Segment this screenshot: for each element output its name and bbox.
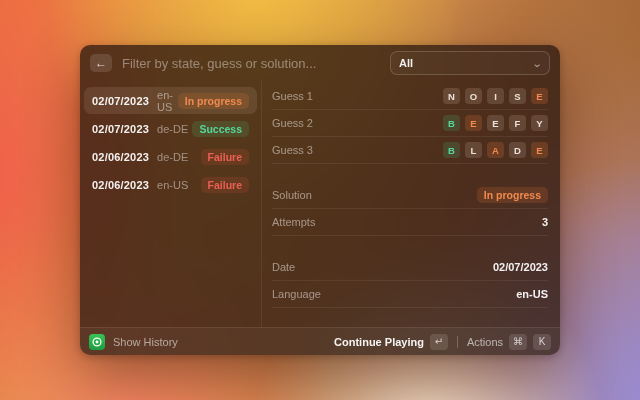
guess-tiles: BLADE xyxy=(443,142,548,158)
attempts-label: Attempts xyxy=(272,216,315,228)
list-item-date: 02/06/2023 xyxy=(92,151,149,163)
section-spacer xyxy=(272,236,548,254)
date-row: Date 02/07/2023 xyxy=(272,254,548,281)
wordle-app-icon xyxy=(89,334,105,350)
history-list-item[interactable]: 02/07/2023 en-US In progress xyxy=(84,87,257,114)
detail-panel: Guess 1 NOISE Guess 2 BEEFY Guess 3 BLAD… xyxy=(262,81,560,327)
letter-tile: B xyxy=(443,115,460,131)
status-badge: Failure xyxy=(201,177,249,193)
solution-status-badge: In progress xyxy=(477,187,548,203)
history-list-item[interactable]: 02/07/2023 de-DE Success xyxy=(84,115,257,142)
guess-label: Guess 1 xyxy=(272,90,313,102)
list-item-date: 02/07/2023 xyxy=(92,95,149,107)
letter-tile: E xyxy=(531,88,548,104)
letter-tile: E xyxy=(487,115,504,131)
window-header: ← Filter by state, guess or solution... … xyxy=(80,45,560,81)
back-button[interactable]: ← xyxy=(90,54,112,72)
letter-tile: O xyxy=(465,88,482,104)
letter-tile: D xyxy=(509,142,526,158)
chevron-down-icon: ⌄ xyxy=(531,58,542,69)
status-badge: In progress xyxy=(178,93,249,109)
enter-key-badge: ↵ xyxy=(430,334,448,350)
letter-tile: L xyxy=(465,142,482,158)
date-value: 02/07/2023 xyxy=(493,261,548,273)
list-item-date: 02/07/2023 xyxy=(92,123,149,135)
guess-row: Guess 1 NOISE xyxy=(272,83,548,110)
app-window: ← Filter by state, guess or solution... … xyxy=(80,45,560,355)
guess-section: Guess 1 NOISE Guess 2 BEEFY Guess 3 BLAD… xyxy=(272,83,548,164)
k-key-badge: K xyxy=(533,334,551,350)
status-badge: Success xyxy=(192,121,249,137)
guess-tiles: NOISE xyxy=(443,88,548,104)
attempts-value: 3 xyxy=(542,216,548,228)
list-item-date: 02/06/2023 xyxy=(92,179,149,191)
letter-tile: A xyxy=(487,142,504,158)
history-list: 02/07/2023 en-US In progress 02/07/2023 … xyxy=(80,81,262,327)
list-item-language: en-US xyxy=(157,179,188,191)
history-list-item[interactable]: 02/06/2023 de-DE Failure xyxy=(84,143,257,170)
primary-action-button[interactable]: Continue Playing xyxy=(334,336,424,348)
actions-button[interactable]: Actions xyxy=(467,336,503,348)
letter-tile: E xyxy=(531,142,548,158)
list-item-language: de-DE xyxy=(157,123,188,135)
solution-label: Solution xyxy=(272,189,312,201)
letter-tile: N xyxy=(443,88,460,104)
letter-tile: Y xyxy=(531,115,548,131)
solution-row: Solution In progress xyxy=(272,182,548,209)
letter-tile: F xyxy=(509,115,526,131)
target-icon xyxy=(91,336,103,348)
section-spacer xyxy=(272,164,548,182)
window-body: 02/07/2023 en-US In progress 02/07/2023 … xyxy=(80,81,560,327)
guess-tiles: BEEFY xyxy=(443,115,548,131)
guess-row: Guess 3 BLADE xyxy=(272,137,548,164)
attempts-row: Attempts 3 xyxy=(272,209,548,236)
language-value: en-US xyxy=(516,288,548,300)
cmd-key-badge: ⌘ xyxy=(509,334,527,350)
list-item-language: en-US xyxy=(157,89,178,113)
command-title: Show History xyxy=(113,336,178,348)
footer-actions: Continue Playing ↵ Actions ⌘ K xyxy=(334,334,551,350)
window-footer: Show History Continue Playing ↵ Actions … xyxy=(80,327,560,355)
status-badge: Failure xyxy=(201,149,249,165)
history-list-item[interactable]: 02/06/2023 en-US Failure xyxy=(84,171,257,198)
date-label: Date xyxy=(272,261,295,273)
filter-input[interactable]: Filter by state, guess or solution... xyxy=(122,56,390,71)
state-filter-dropdown[interactable]: All ⌄ xyxy=(390,51,550,75)
footer-divider xyxy=(457,336,458,348)
dropdown-value: All xyxy=(399,57,413,69)
guess-label: Guess 2 xyxy=(272,117,313,129)
list-item-language: de-DE xyxy=(157,151,188,163)
letter-tile: B xyxy=(443,142,460,158)
back-arrow-icon: ← xyxy=(95,54,107,72)
language-label: Language xyxy=(272,288,321,300)
guess-label: Guess 3 xyxy=(272,144,313,156)
letter-tile: S xyxy=(509,88,526,104)
language-row: Language en-US xyxy=(272,281,548,308)
letter-tile: E xyxy=(465,115,482,131)
guess-row: Guess 2 BEEFY xyxy=(272,110,548,137)
letter-tile: I xyxy=(487,88,504,104)
